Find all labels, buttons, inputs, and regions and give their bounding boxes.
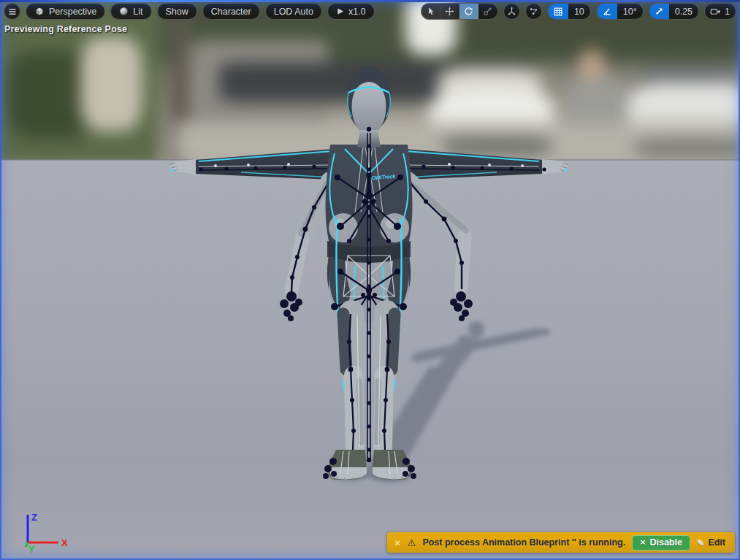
snap-nodes-icon — [529, 7, 538, 16]
notification-close-icon[interactable]: × — [394, 537, 400, 548]
camera-icon — [710, 7, 721, 16]
model-legs — [323, 312, 416, 481]
toolbar-right-group: 10 10° 0. — [421, 3, 736, 20]
gizmo-axes-icon — [507, 7, 516, 16]
grid-icon — [553, 7, 563, 17]
edit-pencil-icon: ✎ — [697, 537, 704, 548]
lod-auto-button[interactable]: LOD Auto — [265, 3, 322, 20]
coordinate-system-button[interactable] — [503, 3, 520, 20]
model-head — [347, 66, 391, 147]
grid-snap-control: 10 — [547, 3, 591, 20]
character-label: Character — [211, 7, 251, 17]
edit-label: Edit — [708, 537, 725, 548]
perspective-cube-icon — [34, 7, 45, 17]
grid-snap-toggle[interactable] — [548, 4, 568, 19]
hamburger-menu-icon — [8, 7, 17, 16]
character-menu-button[interactable]: Character — [202, 3, 260, 20]
scale-tool-button[interactable] — [478, 4, 497, 19]
show-label: Show — [166, 7, 188, 17]
play-speed-label: x1.0 — [348, 7, 366, 17]
rotate-tool-button[interactable] — [459, 4, 478, 19]
disable-label: Disable — [649, 537, 682, 548]
scale-snap-control: 0.25 — [649, 3, 699, 20]
z-axis-label: Z — [31, 512, 37, 523]
surface-snapping-button[interactable] — [525, 3, 542, 20]
lit-mode-button[interactable]: Lit — [110, 3, 151, 20]
camera-speed-control[interactable]: 1 — [704, 3, 736, 20]
angle-icon — [602, 7, 612, 17]
scale-snap-arrow-icon — [655, 7, 664, 16]
rotation-snap-control: 10° — [596, 3, 644, 20]
post-process-notification: × ⚠ Post process Animation Blueprint '' … — [387, 532, 735, 553]
scale-arrows-icon — [483, 7, 492, 16]
model-right-hand-markers — [450, 291, 473, 321]
camera-speed-icon-seg — [705, 4, 723, 19]
select-tool-button[interactable] — [422, 4, 440, 19]
translate-tool-button[interactable] — [440, 4, 459, 19]
preview-status-label: Previewing Reference Pose — [4, 24, 127, 34]
scale-snap-toggle[interactable] — [649, 4, 669, 19]
disable-x-icon: × — [640, 537, 645, 548]
perspective-label: Perspective — [49, 7, 96, 17]
play-icon — [336, 7, 344, 15]
lod-label: LOD Auto — [274, 7, 313, 17]
camera-speed-value: 1 — [723, 4, 736, 19]
rotation-snap-value[interactable]: 10° — [617, 4, 643, 19]
viewport-toolbar: Perspective Lit Show Character LOD Auto — [4, 3, 736, 20]
perspective-mode-button[interactable]: Perspective — [26, 3, 105, 20]
warning-icon: ⚠ — [408, 537, 416, 548]
animation-preview-viewport[interactable]: OptiTrack — [0, 0, 740, 560]
lit-label: Lit — [133, 7, 142, 17]
model-left-hand-markers — [280, 291, 302, 321]
x-axis-label: X — [61, 537, 68, 548]
scale-snap-value[interactable]: 0.25 — [669, 4, 698, 19]
select-cursor-icon — [426, 7, 435, 16]
lit-sphere-icon — [119, 7, 129, 16]
playback-speed-button[interactable]: x1.0 — [327, 3, 375, 20]
notification-message: Post process Animation Blueprint '' is r… — [422, 537, 625, 548]
show-menu-button[interactable]: Show — [157, 3, 197, 20]
transform-tools-group — [421, 3, 498, 20]
grid-snap-value[interactable]: 10 — [568, 4, 590, 19]
disable-button[interactable]: × Disable — [632, 535, 690, 551]
world-axis-gizmo: Z X Y — [18, 509, 75, 556]
y-axis-line — [26, 542, 28, 547]
rotation-snap-toggle[interactable] — [597, 4, 617, 19]
toolbar-left-group: Perspective Lit Show Character LOD Auto — [4, 3, 375, 20]
y-axis-label: Y — [28, 545, 34, 555]
character-3d-model[interactable]: OptiTrack — [0, 0, 740, 560]
edit-button[interactable]: ✎ Edit — [697, 537, 725, 548]
viewport-options-menu-button[interactable] — [4, 3, 20, 20]
move-arrows-icon — [445, 7, 454, 16]
rotate-arrows-icon — [464, 7, 473, 16]
